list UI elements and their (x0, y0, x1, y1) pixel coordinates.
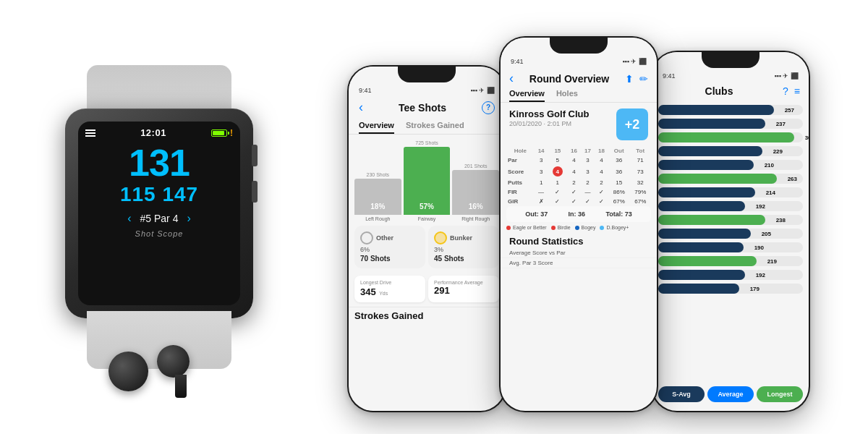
p3-bar-row-2: 237 (658, 118, 803, 129)
p2-gir-tot: 67% (629, 197, 651, 206)
p1-signal: ▪▪▪ ✈ ⬛ (470, 87, 495, 94)
p3-bar-fill-9: 238 (658, 215, 765, 225)
p2-in-total: In: 36 (569, 210, 586, 218)
phone-screen-2: 9:41 ▪▪▪ ✈ ⬛ ‹ Round Overview ⬆ ✏ Overvi… (501, 38, 657, 411)
p3-bar-row-7: 214 (658, 187, 803, 198)
p2-legend-birdie: Birdie (551, 225, 571, 230)
p2-gir-18: ✓ (595, 197, 608, 206)
p1-tab-strokes-gained[interactable]: Strokes Gained (406, 121, 464, 134)
p3-bar-row-5: 210 (658, 159, 803, 171)
p3-bar-value-11: 190 (754, 244, 764, 251)
p2-back-button[interactable]: ‹ (509, 71, 514, 86)
p1-bar-fairway: 725 Shots 57% Fairway (404, 140, 451, 221)
p3-bar-fill-3: 301 (658, 132, 794, 142)
p3-bar-bg-12: 219 (658, 256, 803, 266)
p2-par-out: 36 (608, 156, 629, 165)
p2-putts-out: 15 (608, 178, 629, 187)
phone-tee-shots: 9:41 ▪▪▪ ✈ ⬛ ‹ Tee Shots ? Overview Stro… (347, 65, 506, 412)
p3-bar-row-9: 238 (658, 214, 803, 226)
p2-fir-out: 86% (608, 187, 629, 197)
p2-gir-14: ✗ (535, 197, 548, 206)
p1-strokes-gained-label: Strokes Gained (349, 307, 505, 324)
p2-row-gir: GIR ✗ ✓ ✓ ✓ ✓ 67% 67% (506, 197, 651, 206)
p2-tab-holes[interactable]: Holes (556, 89, 578, 102)
p1-nav: ‹ Tee Shots ? (349, 97, 505, 118)
p2-share-icon[interactable]: ⬆ (625, 73, 634, 85)
p1-perform-avg: Performance Average 291 (428, 276, 499, 302)
watch-time: 12:01 (140, 127, 166, 138)
p1-stats-row: Longest Drive 345 Yds Performance Averag… (349, 273, 505, 305)
p2-course-info: Kinross Golf Club 20/01/2020 · 2:01 PM (509, 109, 616, 127)
p1-bar-left-pct: 18% (370, 203, 385, 210)
p1-bunker-title: Bunker (450, 234, 472, 242)
p2-col-header-16: 16 (567, 146, 581, 156)
p1-bar-right-name: Right Rough (461, 216, 490, 221)
p1-back-button[interactable]: ‹ (359, 100, 363, 115)
p3-bar-value-9: 238 (776, 217, 786, 224)
p3-bar-value-10: 205 (762, 231, 771, 237)
p3-bar-fill-5: 210 (658, 160, 754, 170)
p2-par-15: 5 (548, 156, 567, 165)
watch-brand: Shot Scope (135, 229, 184, 238)
p2-legend-dbogey-dot (600, 226, 604, 230)
p3-bar-fill-4: 229 (658, 146, 762, 156)
p2-course-name: Kinross Golf Club (509, 109, 616, 119)
watch-side-button-1[interactable] (252, 145, 258, 166)
p3-tab-average[interactable]: Average (707, 386, 754, 402)
p3-bar-bg-2: 237 (658, 119, 803, 129)
watch-side-button-2[interactable] (252, 181, 258, 203)
p3-bar-bg-7: 214 (658, 187, 803, 197)
p2-legend-eagle-dot (506, 226, 511, 230)
watch-menu-icon (85, 129, 95, 137)
p3-bar-fill-10: 205 (658, 229, 751, 239)
p3-bar-value-12: 219 (767, 258, 777, 265)
p2-edit-icon[interactable]: ✏ (639, 73, 648, 85)
p2-par-14: 3 (535, 156, 548, 165)
p3-bottom-tabs: S-Avg Average Longest (658, 386, 803, 402)
p3-filter-icon[interactable]: ≡ (794, 85, 800, 97)
p1-help-button[interactable]: ? (482, 101, 495, 114)
p2-scorecard: Hole 14 15 16 17 18 Out Tot (501, 146, 657, 206)
p2-putts-label: Putts (506, 178, 535, 187)
p3-bar-row-11: 190 (658, 242, 803, 253)
p2-tab-overview[interactable]: Overview (509, 89, 545, 102)
p2-putts-14: 1 (535, 178, 548, 187)
p2-score-badge: +2 (616, 109, 648, 140)
p2-par-16: 4 (567, 156, 581, 165)
watch-hole-label: #5 Par 4 (140, 213, 179, 224)
p3-help-icon[interactable]: ? (783, 85, 788, 97)
watch-battery-area: ! (211, 128, 233, 138)
p1-title: Tee Shots (399, 102, 446, 114)
p1-bar-fairway-pct: 57% (420, 203, 434, 210)
p3-nav: Clubs ? ≡ (652, 82, 809, 100)
p3-title: Clubs (661, 85, 777, 97)
watch-next-arrow[interactable]: › (187, 212, 190, 225)
p2-col-header-out: Out (608, 146, 629, 156)
p3-bars-area: 257 237 (652, 100, 809, 299)
p3-tab-longest[interactable]: Longest (757, 386, 803, 402)
p2-avg-score-label: Average Score vs Par (509, 250, 566, 256)
p2-nav-actions: ⬆ ✏ (625, 73, 648, 85)
p2-par-tot: 71 (629, 156, 651, 165)
p3-bar-value-8: 192 (756, 203, 765, 210)
p1-other-area: Other 6% 70 Shots Bunker 3% 45 Shots (349, 221, 505, 273)
p2-score-out: 36 (608, 165, 629, 178)
p1-bunker-header: Bunker (434, 231, 493, 244)
p3-bar-bg-10: 205 (658, 229, 803, 239)
watch-prev-arrow[interactable]: ‹ (127, 212, 131, 225)
phone-notch-1 (398, 65, 456, 82)
p2-col-header-14: 14 (535, 146, 548, 156)
p2-score-18: 4 (595, 165, 608, 178)
p2-score-red-badge: 4 (553, 166, 563, 176)
p3-bar-value-4: 229 (773, 148, 783, 155)
p2-score-tot: 73 (629, 165, 651, 178)
phone-round-overview: 9:41 ▪▪▪ ✈ ⬛ ‹ Round Overview ⬆ ✏ Overvi… (499, 36, 658, 412)
p1-other-item: Other 6% 70 Shots (354, 226, 425, 268)
p1-tabs: Overview Strokes Gained (349, 118, 505, 135)
p3-bar-fill-8: 192 (658, 201, 745, 211)
p1-tab-overview[interactable]: Overview (359, 121, 394, 134)
p2-score-16: 4 (567, 165, 581, 178)
p1-bunker-pct: 3% (434, 246, 493, 253)
p3-tab-savg[interactable]: S-Avg (658, 386, 705, 402)
phone-screen-1: 9:41 ▪▪▪ ✈ ⬛ ‹ Tee Shots ? Overview Stro… (349, 67, 505, 411)
